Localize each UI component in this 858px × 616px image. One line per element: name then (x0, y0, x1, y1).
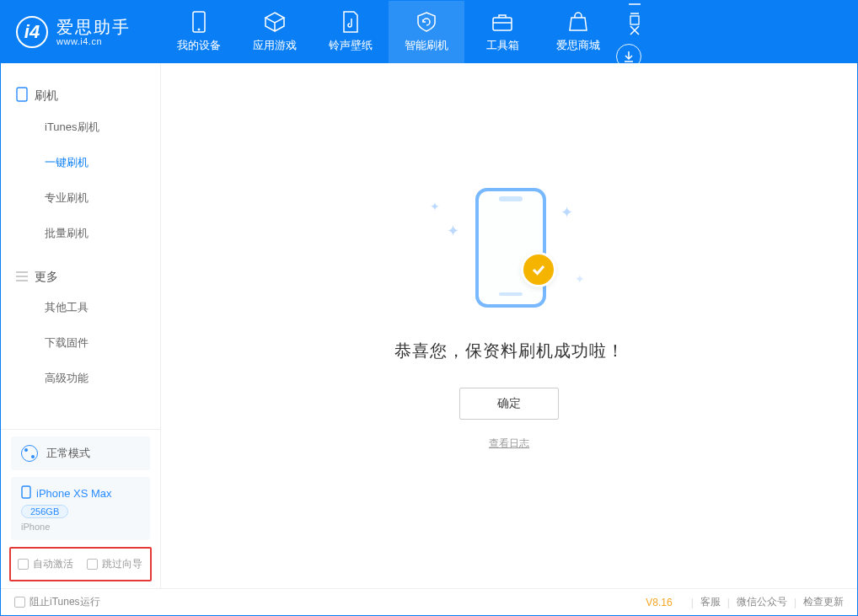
tab-label: 智能刷机 (405, 38, 448, 53)
checkbox-icon (87, 559, 98, 570)
device-type-label: iPhone (21, 522, 140, 532)
check-update-link[interactable]: 检查更新 (803, 595, 844, 609)
tab-store[interactable]: 爱思商城 (540, 1, 616, 63)
tab-label: 工具箱 (486, 38, 519, 53)
tab-apps-games[interactable]: 应用游戏 (237, 1, 313, 63)
phone-icon (188, 11, 210, 33)
device-info-box[interactable]: iPhone XS Max 256GB iPhone (11, 477, 150, 540)
svg-rect-2 (493, 18, 512, 30)
sidebar-item-itunes-flash[interactable]: iTunes刷机 (1, 110, 160, 145)
toolbox-icon (491, 11, 513, 33)
sparkle-icon: ✦ (447, 222, 459, 240)
close-button[interactable] (628, 25, 641, 35)
tab-ringtone-wallpaper[interactable]: 铃声壁纸 (313, 1, 389, 63)
status-bar: 阻止iTunes运行 V8.16 | 客服 | 微信公众号 | 检查更新 (1, 588, 857, 615)
svg-rect-4 (630, 16, 639, 24)
svg-point-1 (198, 29, 200, 30)
sparkle-icon: ✦ (575, 272, 585, 286)
view-log-link[interactable]: 查看日志 (489, 437, 529, 451)
device-icon (16, 87, 28, 104)
sidebar-item-oneclick-flash[interactable]: 一键刷机 (1, 145, 160, 180)
checkbox-icon (14, 597, 25, 608)
mode-icon (21, 445, 38, 462)
main-content: ✦ ✦ ✦ ✦ 恭喜您，保资料刷机成功啦！ 确定 查看日志 (161, 63, 857, 588)
app-title: 爱思助手 (56, 18, 131, 36)
app-logo: i4 爱思助手 www.i4.cn (1, 16, 146, 48)
checkbox-label: 跳过向导 (102, 557, 142, 571)
success-message: 恭喜您，保资料刷机成功啦！ (394, 340, 625, 362)
checkbox-icon (18, 559, 29, 570)
checkbox-block-itunes[interactable]: 阻止iTunes运行 (14, 595, 100, 609)
sidebar-group-label: 更多 (35, 270, 58, 285)
maximize-button[interactable] (628, 15, 641, 25)
bag-icon (567, 11, 589, 33)
support-link[interactable]: 客服 (700, 595, 721, 609)
sidebar-item-other-tools[interactable]: 其他工具 (1, 290, 160, 325)
tab-label: 我的设备 (177, 38, 221, 53)
tab-label: 铃声壁纸 (329, 38, 373, 53)
sidebar-item-batch-flash[interactable]: 批量刷机 (1, 216, 160, 251)
tab-label: 爱思商城 (556, 38, 600, 53)
list-icon (16, 271, 28, 284)
wechat-link[interactable]: 微信公众号 (737, 595, 787, 609)
device-capacity-badge: 256GB (21, 505, 68, 518)
separator: | (794, 597, 796, 608)
sidebar-item-download-firmware[interactable]: 下载固件 (1, 325, 160, 361)
device-mode-box[interactable]: 正常模式 (11, 437, 150, 470)
title-bar: i4 爱思助手 www.i4.cn 我的设备 应用游戏 铃声壁纸 智能刷机 工具… (1, 1, 857, 63)
success-check-badge-icon (521, 252, 556, 287)
device-name-label: iPhone XS Max (36, 487, 112, 500)
cube-icon (264, 11, 286, 33)
checkbox-auto-activate[interactable]: 自动激活 (18, 557, 73, 571)
sparkle-icon: ✦ (560, 203, 573, 222)
refresh-shield-icon (416, 11, 437, 33)
highlighted-options-box: 自动激活 跳过向导 (9, 547, 152, 581)
phone-small-icon (21, 485, 31, 501)
sidebar-item-advanced[interactable]: 高级功能 (1, 361, 160, 396)
minimize-button[interactable] (628, 5, 641, 15)
success-illustration: ✦ ✦ ✦ ✦ (425, 181, 593, 316)
sidebar-group-flash: 刷机 (1, 82, 160, 110)
tab-toolbox[interactable]: 工具箱 (464, 1, 540, 63)
svg-rect-6 (17, 88, 27, 101)
tab-smart-flash[interactable]: 智能刷机 (389, 1, 464, 63)
checkbox-label: 自动激活 (33, 557, 73, 571)
music-file-icon (340, 11, 362, 33)
separator: | (727, 597, 730, 608)
mode-label: 正常模式 (46, 446, 90, 461)
tab-my-device[interactable]: 我的设备 (161, 1, 237, 63)
sidebar-group-label: 刷机 (35, 88, 58, 104)
sparkle-icon: ✦ (430, 200, 440, 213)
ok-button[interactable]: 确定 (459, 388, 559, 420)
app-subtitle: www.i4.cn (56, 36, 131, 46)
sidebar-item-pro-flash[interactable]: 专业刷机 (1, 180, 160, 216)
sidebar-group-more: 更多 (1, 265, 160, 290)
sidebar: 刷机 iTunes刷机 一键刷机 专业刷机 批量刷机 更多 其他工具 下载固件 … (1, 63, 161, 588)
checkbox-skip-guide[interactable]: 跳过向导 (87, 557, 142, 571)
logo-mark-icon: i4 (16, 16, 48, 48)
svg-rect-7 (22, 486, 30, 498)
phone-outline-icon (475, 188, 546, 308)
checkbox-label: 阻止iTunes运行 (29, 595, 100, 609)
tab-label: 应用游戏 (253, 38, 297, 53)
version-label: V8.16 (646, 597, 672, 608)
separator: | (691, 597, 694, 608)
main-tabs: 我的设备 应用游戏 铃声壁纸 智能刷机 工具箱 爱思商城 (161, 1, 616, 63)
